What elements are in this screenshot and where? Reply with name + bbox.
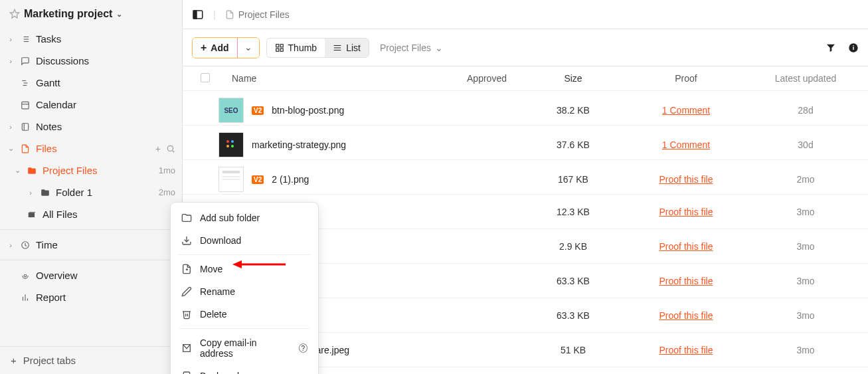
- proof-link[interactable]: Proof this file: [659, 276, 713, 286]
- file-name-cell: V2 2 (1).png: [218, 167, 447, 192]
- caret-icon: ⌄: [7, 144, 15, 153]
- tree-folder-1[interactable]: › Folder 1 2mo: [0, 181, 182, 203]
- sidebar-toggle-icon[interactable]: [192, 9, 204, 21]
- svg-point-33: [226, 140, 229, 143]
- tree-meta: 2mo: [159, 187, 175, 197]
- svg-rect-23: [276, 44, 278, 47]
- updated-cell: 2mo: [752, 174, 859, 185]
- proof-link[interactable]: Proof this file: [659, 174, 713, 185]
- info-icon[interactable]: i: [848, 43, 859, 53]
- updated-cell: 3mo: [752, 207, 859, 217]
- menu-delete[interactable]: Delete: [171, 303, 318, 326]
- annotation-arrow: [232, 258, 286, 271]
- search-icon[interactable]: [166, 144, 175, 153]
- report-icon: [20, 293, 31, 302]
- sidebar-item-time[interactable]: › Time: [0, 234, 182, 256]
- thumb-view-button[interactable]: Thumb: [267, 39, 325, 57]
- select-all-checkbox[interactable]: [201, 73, 210, 82]
- tree-project-files[interactable]: ⌄ Project Files 1mo: [0, 159, 182, 181]
- updated-cell: 3mo: [752, 241, 859, 252]
- svg-point-13: [167, 145, 173, 151]
- updated-cell: 28d: [752, 105, 859, 116]
- breadcrumb-label: Project Files: [238, 9, 290, 20]
- move-icon: [181, 264, 192, 274]
- add-button[interactable]: + Add: [193, 38, 237, 58]
- add-icon[interactable]: +: [155, 143, 161, 154]
- col-name[interactable]: Name: [218, 73, 447, 84]
- size-cell: 63.3 KB: [527, 276, 620, 286]
- col-updated[interactable]: Latest updated: [752, 73, 859, 84]
- svg-point-36: [231, 145, 234, 147]
- menu-add-sub-folder[interactable]: Add sub folder: [171, 207, 318, 229]
- file-name: 2 (1).png: [272, 174, 309, 185]
- svg-rect-22: [193, 11, 197, 19]
- star-icon: [9, 9, 20, 19]
- sidebar-item-tasks[interactable]: › Tasks: [0, 28, 182, 50]
- svg-marker-30: [827, 44, 835, 51]
- divider: [0, 229, 182, 230]
- filter-icon[interactable]: [825, 43, 836, 53]
- table-row[interactable]: SEO V2 btn-blog-post.png 38.2 KB 1 Comme…: [183, 91, 868, 126]
- menu-label: Copy email-in address: [200, 337, 288, 359]
- table-row[interactable]: marketing-strategy.png 37.6 KB 1 Comment…: [183, 126, 868, 160]
- menu-download[interactable]: Download: [171, 229, 318, 252]
- col-approved[interactable]: Approved: [447, 73, 527, 84]
- menu-rename[interactable]: Rename: [171, 280, 318, 303]
- notes-icon: [20, 122, 31, 132]
- proof-link[interactable]: Proof this file: [659, 310, 713, 321]
- file-thumbnail: [218, 167, 244, 192]
- updated-cell: 3mo: [752, 345, 859, 355]
- folder-dropdown[interactable]: Project Files ⌄: [380, 43, 443, 53]
- dropdown-label: Project Files: [380, 43, 431, 53]
- size-cell: 63.3 KB: [527, 310, 620, 321]
- email-icon: [181, 343, 192, 353]
- menu-bookmark[interactable]: Bookmark: [171, 365, 318, 374]
- tree-all-files[interactable]: All Files: [0, 203, 182, 225]
- col-size[interactable]: Size: [527, 73, 620, 84]
- sidebar-item-report[interactable]: Report: [0, 286, 182, 308]
- context-menu: Add sub folder Download Move Rename Dele…: [170, 202, 319, 374]
- sidebar-item-gantt[interactable]: Gantt: [0, 72, 182, 94]
- add-button-group: + Add ⌄: [192, 37, 260, 58]
- proof-link[interactable]: Proof this file: [659, 345, 713, 355]
- proof-link[interactable]: 1 Comment: [662, 140, 710, 150]
- plus-icon: +: [11, 355, 17, 366]
- all-files-icon: [27, 210, 37, 219]
- breadcrumb[interactable]: Project Files: [225, 9, 290, 20]
- list-header: Name Approved Size Proof Latest updated: [183, 66, 868, 91]
- chevron-down-icon: ⌄: [244, 42, 252, 52]
- sidebar-item-notes[interactable]: › Notes: [0, 116, 182, 138]
- svg-point-16: [24, 274, 27, 277]
- file-thumbnail: SEO: [218, 98, 244, 123]
- nav-label: Report: [36, 292, 66, 303]
- nav-label: Calendar: [36, 99, 76, 110]
- menu-copy-email[interactable]: Copy email-in address ?: [171, 331, 318, 365]
- svg-marker-0: [10, 9, 19, 18]
- add-dropdown[interactable]: ⌄: [237, 38, 259, 58]
- chevron-down-icon: ⌄: [116, 10, 122, 19]
- table-row[interactable]: V2 2 (1).png 167 KB Proof this file 2mo: [183, 160, 868, 195]
- project-selector[interactable]: Marketing project ⌄: [0, 0, 182, 28]
- grid-icon: [275, 43, 284, 52]
- proof-link[interactable]: Proof this file: [659, 207, 713, 217]
- updated-cell: 3mo: [752, 310, 859, 321]
- proof-link[interactable]: Proof this file: [659, 241, 713, 252]
- project-name: Marketing project: [24, 8, 112, 20]
- size-cell: 12.3 KB: [527, 207, 620, 217]
- file-name-cell: marketing-strategy.png: [218, 132, 447, 157]
- discussions-icon: [20, 56, 31, 66]
- caret-icon: ⌄: [13, 166, 21, 175]
- caret-icon: ›: [7, 123, 15, 131]
- menu-label: Rename: [200, 286, 235, 297]
- rename-icon: [181, 286, 192, 297]
- sidebar-item-discussions[interactable]: › Discussions: [0, 50, 182, 72]
- sidebar-item-overview[interactable]: Overview: [0, 264, 182, 286]
- menu-divider: [179, 328, 310, 329]
- proof-link[interactable]: 1 Comment: [662, 105, 710, 116]
- project-tabs-button[interactable]: + Project tabs: [0, 346, 182, 374]
- list-view-button[interactable]: List: [325, 39, 369, 57]
- footer-label: Project tabs: [23, 355, 76, 366]
- sidebar-item-files[interactable]: ⌄ Files +: [0, 138, 182, 159]
- sidebar-item-calendar[interactable]: Calendar: [0, 94, 182, 116]
- col-proof[interactable]: Proof: [620, 73, 752, 84]
